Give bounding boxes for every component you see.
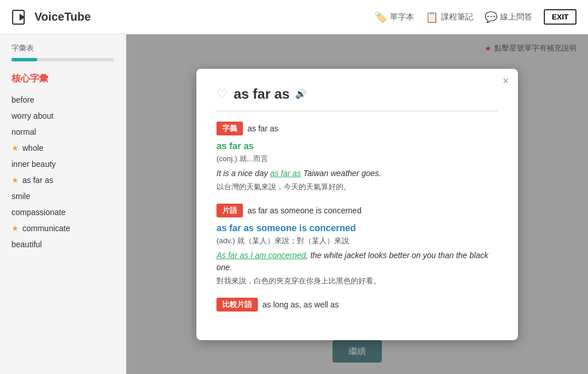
logo-text: VoiceTube (34, 10, 91, 24)
modal-overlay: × ♡ as far as 🔊 字義 as far as as far as (… (126, 34, 588, 374)
logo-area: VoiceTube (11, 8, 91, 26)
header-nav: 🏷️ 單字本 📋 課程筆記 💬 線上問答 EXIT (374, 9, 577, 25)
tag-icon: 🏷️ (374, 11, 387, 24)
sidebar: 字彙表 核心字彙 before worry about normal ★whol… (0, 34, 126, 374)
progress-bar-fill (11, 58, 37, 61)
section-title: 核心字彙 (11, 73, 114, 85)
def-tag-compare: 比較片語 (216, 298, 258, 311)
progress-bar (11, 58, 114, 61)
def-section-zhuyi: 字義 as far as as far as (conj.) 就...而言 It… (216, 122, 498, 192)
def-example-2: As far as I am concerned, the white jack… (216, 250, 498, 274)
example-pre-1: It is a nice day (216, 169, 270, 178)
sidebar-title: 字彙表 (11, 43, 114, 53)
modal-divider (216, 111, 498, 111)
star-icon-communicate: ★ (11, 224, 19, 233)
vocab-item-compassionate[interactable]: compassionate (11, 204, 114, 220)
nav-online-qa[interactable]: 💬 線上問答 (485, 11, 532, 24)
modal: × ♡ as far as 🔊 字義 as far as as far as (… (196, 69, 518, 340)
star-icon-whole: ★ (11, 143, 19, 153)
vocab-item-before[interactable]: before (11, 92, 114, 108)
def-tag-zhuyi: 字義 (216, 122, 243, 135)
example-highlight-2: As far as I am concerned (216, 251, 306, 260)
vocab-item-as-far-as[interactable]: ★as far as (11, 172, 114, 188)
vocab-item-normal[interactable]: normal (11, 124, 114, 140)
def-pos-2: (adv.) 就（某人）來說；對（某人）來說 (216, 236, 498, 246)
heart-icon[interactable]: ♡ (216, 87, 228, 102)
sound-icon[interactable]: 🔊 (295, 88, 307, 99)
def-section-compare: 比較片語 as long as, as well as (216, 298, 498, 311)
modal-header: ♡ as far as 🔊 (216, 86, 498, 102)
def-example-1: It is a nice day as far as Taiwan weathe… (216, 167, 498, 180)
voicetube-logo-icon (11, 8, 30, 26)
def-label-text-3: as long as, as well as (262, 300, 339, 309)
nav-online-qa-label: 線上問答 (500, 12, 532, 22)
def-section-phrase: 片語 as far as someone is concerned as far… (216, 204, 498, 286)
def-translation-1: 以台灣的天氣來說，今天的天氣算好的。 (216, 182, 498, 192)
nav-vocab-book-label: 單字本 (390, 12, 414, 22)
def-pos-1: (conj.) 就...而言 (216, 154, 498, 164)
star-icon-as-far-as: ★ (11, 176, 19, 185)
def-tag-phrase: 片語 (216, 204, 243, 217)
modal-word: as far as (234, 86, 289, 102)
content-area: ★ 點擊星號單字有補充說明 繼續 × ♡ as far as 🔊 字義 (126, 34, 588, 374)
example-post-1: Taiwan weather goes. (301, 169, 381, 178)
vocab-item-smile[interactable]: smile (11, 188, 114, 204)
vocab-item-beautiful[interactable]: beautiful (11, 236, 114, 252)
nav-vocab-book[interactable]: 🏷️ 單字本 (374, 11, 414, 24)
def-word-title-2: as far as someone is concerned (216, 223, 498, 233)
def-translation-2: 對我來說，白色的夾克穿在你身上比黑色的好看。 (216, 276, 498, 286)
vocab-item-worry-about[interactable]: worry about (11, 108, 114, 124)
chat-icon: 💬 (485, 11, 497, 24)
header: VoiceTube 🏷️ 單字本 📋 課程筆記 💬 線上問答 EXIT (0, 0, 588, 34)
main: 字彙表 核心字彙 before worry about normal ★whol… (0, 34, 588, 374)
def-label-row-2: 片語 as far as someone is concerned (216, 204, 498, 217)
nav-course-notes[interactable]: 📋 課程筆記 (425, 11, 473, 24)
def-label-text-1: as far as (247, 124, 278, 133)
def-label-row-3: 比較片語 as long as, as well as (216, 298, 498, 311)
def-label-row-1: 字義 as far as (216, 122, 498, 135)
vocab-item-communicate[interactable]: ★communicate (11, 220, 114, 236)
example-highlight-1: as far as (270, 169, 301, 178)
exit-button[interactable]: EXIT (544, 9, 577, 25)
modal-close-button[interactable]: × (502, 76, 509, 86)
notes-icon: 📋 (425, 11, 438, 24)
vocab-item-whole[interactable]: ★whole (11, 140, 114, 156)
def-label-text-2: as far as someone is concerned (247, 206, 361, 215)
vocab-item-inner-beauty[interactable]: inner beauty (11, 156, 114, 172)
vocab-list: before worry about normal ★whole inner b… (11, 92, 114, 252)
nav-course-notes-label: 課程筆記 (441, 12, 473, 22)
def-word-title-1: as far as (216, 141, 498, 151)
